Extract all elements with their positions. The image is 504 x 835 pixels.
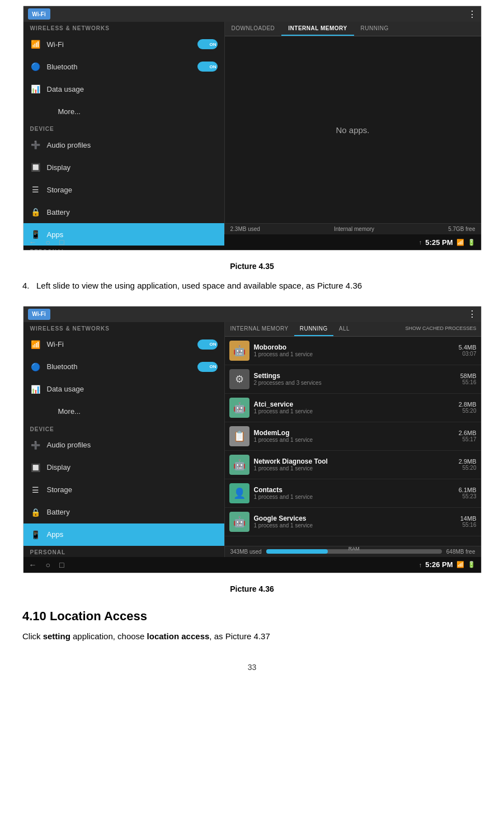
usb-icon-2: ↑	[419, 562, 422, 568]
app-row-moborobo[interactable]: 🤖 Moborobo 1 process and 1 service 5.4MB…	[225, 337, 481, 365]
modemlog-size-col: 2.6MB 55:17	[449, 430, 477, 442]
bluetooth-icon-1: 🔵	[30, 61, 41, 72]
screenshot2-content: WIRELESS & NETWORKS 📶 Wi-Fi ON 🔵 Bluetoo…	[23, 322, 481, 557]
sidebar-item-battery-1[interactable]: 🔒 Battery	[23, 201, 224, 223]
settings-icon: ⚙	[229, 369, 249, 389]
wifi-status-icon-1: 📶	[456, 239, 464, 246]
sidebar-datausage-label-2: Data usage	[47, 385, 84, 393]
caption-1: Picture 4.35	[0, 256, 504, 275]
screenshot1-wrapper: Wi-Fi ⋮ WIRELESS & NETWORKS 📶 Wi-Fi ON 🔵…	[0, 0, 504, 256]
bluetooth-toggle-2[interactable]: ON	[197, 362, 218, 372]
bluetooth-toggle-1[interactable]: ON	[197, 62, 218, 72]
networkdiagnose-sub: 1 process and 1 service	[254, 465, 449, 471]
step-number: 4.	[22, 281, 30, 290]
tab-internalmemory-2[interactable]: INTERNAL MEMORY	[225, 322, 294, 336]
tab-running-1[interactable]: RUNNING	[354, 22, 395, 36]
sidebar-item-bluetooth-1[interactable]: 🔵 Bluetooth ON	[23, 55, 224, 78]
panel-footer-used-1: 2.3MB used	[230, 226, 260, 232]
sidebar-datausage-label-1: Data usage	[47, 85, 84, 93]
sidebar-item-more-1[interactable]: More...	[23, 100, 224, 122]
section-text-middle: application, choose	[70, 631, 147, 641]
back-icon-2[interactable]: ←	[29, 560, 37, 569]
ram-used: 343MB used	[230, 549, 262, 555]
panel-footer-free-1: 5.7GB free	[448, 226, 475, 232]
wifi-toggle-1[interactable]: ON	[197, 39, 218, 49]
sidebar-item-display-2[interactable]: 🔲 Display	[23, 456, 224, 479]
section-text-before: Click	[22, 631, 43, 641]
sidebar-item-storage-2[interactable]: ☰ Storage	[23, 479, 224, 501]
sidebar-more-label-2: More...	[47, 407, 81, 416]
moborobo-size-col: 5.4MB 03:07	[449, 344, 477, 357]
display-icon-1: 🔲	[30, 162, 41, 173]
moborobo-sub: 1 process and 1 service	[254, 351, 449, 357]
googleservices-sub: 1 process and 1 service	[254, 522, 449, 529]
sidebar-wifi-label-2: Wi-Fi	[47, 340, 64, 348]
app-row-settings[interactable]: ⚙ Settings 2 processes and 3 services 58…	[225, 365, 481, 394]
page-container: Wi-Fi ⋮ WIRELESS & NETWORKS 📶 Wi-Fi ON 🔵…	[0, 0, 504, 683]
sidebar-bluetooth-label-1: Bluetooth	[47, 63, 78, 71]
tab-all-2[interactable]: ALL	[333, 322, 355, 336]
app-row-atci[interactable]: 🤖 Atci_service 1 process and 1 service 2…	[225, 394, 481, 422]
sidebar-item-datausage-2[interactable]: 📊 Data usage	[23, 378, 224, 400]
battery-status-icon-1: 🔋	[468, 239, 475, 246]
modemlog-name: ModemLog	[254, 429, 449, 437]
show-cached-button[interactable]: SHOW CACHED PROCESSES	[401, 322, 481, 336]
settings-info: Settings 2 processes and 3 services	[254, 372, 449, 386]
tab-running-2[interactable]: RUNNING	[294, 322, 333, 336]
back-icon-1[interactable]: ←	[29, 238, 37, 247]
sidebar-item-more-2[interactable]: More...	[23, 400, 224, 423]
section-heading: 4.10 Location Access	[0, 598, 504, 628]
app-row-modemlog[interactable]: 📋 ModemLog 1 process and 1 service 2.6MB…	[225, 422, 481, 451]
status-icons-2: ↑ 5:26 PM 📶 🔋	[419, 560, 475, 569]
sidebar-item-bluetooth-2[interactable]: 🔵 Bluetooth ON	[23, 356, 224, 378]
apps-icon-2: 📱	[30, 529, 41, 540]
sidebar-item-audioprofiles-2[interactable]: ➕ Audio profiles	[23, 434, 224, 456]
datausage-icon-1: 📊	[30, 83, 41, 95]
no-apps-text-1: No apps.	[336, 125, 369, 135]
sidebar-item-apps-2[interactable]: 📱 Apps	[23, 523, 224, 546]
home-icon-1[interactable]: ○	[46, 238, 50, 247]
time-2: 5:26 PM	[425, 560, 453, 569]
sidebar-item-wifi-1[interactable]: 📶 Wi-Fi ON	[23, 33, 224, 55]
sidebar-more-label-1: More...	[47, 107, 81, 116]
sidebar-battery-label-2: Battery	[47, 508, 70, 516]
more-options-2[interactable]: ⋮	[468, 309, 477, 319]
wifi-label-1: Wi-Fi	[32, 11, 45, 17]
sidebar-section-device-1: DEVICE	[23, 122, 224, 134]
sidebar-item-audioprofiles-1[interactable]: ➕ Audio profiles	[23, 134, 224, 156]
recents-icon-2[interactable]: □	[59, 560, 64, 569]
ram-footer: 343MB used RAM 648MB free	[225, 546, 481, 557]
networkdiagnose-name: Network Diagnose Tool	[254, 457, 449, 465]
sidebar-item-display-1[interactable]: 🔲 Display	[23, 156, 224, 178]
ram-label: RAM	[348, 546, 360, 551]
contacts-name: Contacts	[254, 486, 449, 494]
nav-icons-1: ← ○ □	[29, 238, 64, 247]
sidebar-audioprofiles-label-2: Audio profiles	[47, 441, 91, 449]
audioprofiles-icon-1: ➕	[30, 139, 41, 150]
recents-icon-1[interactable]: □	[59, 238, 64, 247]
status-bar-bottom-2: ← ○ □ ↑ 5:26 PM 📶 🔋	[23, 557, 481, 573]
sidebar-item-storage-1[interactable]: ☰ Storage	[23, 178, 224, 201]
battery-icon-2: 🔒	[30, 507, 41, 518]
tab-internalmemory-1[interactable]: INTERNAL MEMORY	[281, 22, 354, 36]
wifi-toggle-2[interactable]: ON	[197, 339, 218, 350]
app-row-contacts[interactable]: 👤 Contacts 1 process and 1 service 6.1MB…	[225, 479, 481, 508]
sidebar-item-battery-2[interactable]: 🔒 Battery	[23, 501, 224, 523]
app-row-googleservices[interactable]: 🤖 Google Services 1 process and 1 servic…	[225, 508, 481, 536]
sidebar-item-wifi-2[interactable]: 📶 Wi-Fi ON	[23, 333, 224, 356]
sidebar-item-datausage-1[interactable]: 📊 Data usage	[23, 78, 224, 100]
section-text-after: , as Picture 4.37	[209, 631, 270, 641]
tabs-bar-1: DOWNLOADED INTERNAL MEMORY RUNNING	[225, 22, 481, 36]
app-row-networkdiagnose[interactable]: 🤖 Network Diagnose Tool 1 process and 1 …	[225, 451, 481, 479]
status-icons-1: ↑ 5:25 PM 📶 🔋	[419, 238, 475, 247]
home-icon-2[interactable]: ○	[46, 560, 50, 569]
sidebar-section-personal-2: PERSONAL	[23, 546, 224, 557]
more-options-1[interactable]: ⋮	[468, 9, 477, 20]
tabs-bar-2: INTERNAL MEMORY RUNNING ALL SHOW CACHED …	[225, 322, 481, 337]
section-text: Click setting application, choose locati…	[0, 628, 504, 652]
app-list: 🤖 Moborobo 1 process and 1 service 5.4MB…	[225, 337, 481, 546]
networkdiagnose-time: 55:20	[462, 465, 476, 471]
networkdiagnose-info: Network Diagnose Tool 1 process and 1 se…	[254, 457, 449, 471]
tab-downloaded-1[interactable]: DOWNLOADED	[225, 22, 282, 36]
moborobo-time: 03:07	[462, 351, 476, 357]
